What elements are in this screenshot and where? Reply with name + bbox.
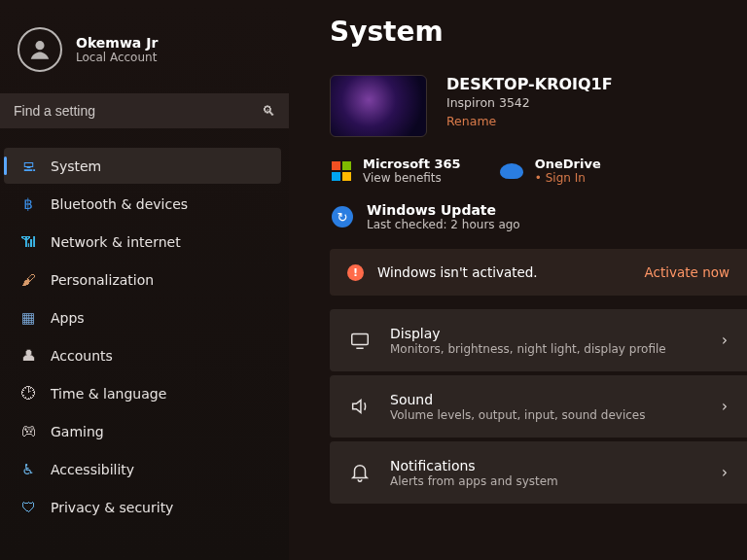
sidebar-item-label: Accessibility	[51, 462, 134, 477]
sidebar-item-network[interactable]: 📶︎Network & internet	[4, 224, 281, 260]
device-block: DESKTOP-KROIQ1F Inspiron 3542 Rename	[330, 75, 747, 137]
search-box[interactable]: 🔍︎	[0, 93, 289, 128]
gaming-icon: 🎮︎	[19, 423, 37, 440]
update-row[interactable]: ↻ Windows Update Last checked: 2 hours a…	[330, 202, 747, 231]
onedrive-icon	[500, 163, 523, 179]
nav: 💻︎System ฿Bluetooth & devices 📶︎Network …	[0, 148, 289, 525]
device-text: DESKTOP-KROIQ1F Inspiron 3542 Rename	[446, 75, 613, 137]
chevron-right-icon: ›	[722, 332, 728, 349]
sidebar-item-label: Gaming	[51, 424, 104, 439]
sidebar-item-system[interactable]: 💻︎System	[4, 148, 281, 184]
main-content: System DESKTOP-KROIQ1F Inspiron 3542 Ren…	[289, 0, 747, 560]
m365-icon	[332, 161, 351, 181]
accounts-icon: 👤︎	[19, 347, 37, 365]
sidebar-item-label: Time & language	[51, 386, 166, 402]
search-icon: 🔍︎	[262, 103, 275, 119]
chevron-right-icon: ›	[722, 464, 728, 481]
card-title: OneDrive	[535, 157, 601, 171]
svg-point-0	[35, 41, 44, 50]
sidebar-item-label: Bluetooth & devices	[51, 196, 188, 212]
sidebar: Okemwa Jr Local Account 🔍︎ 💻︎System ฿Blu…	[0, 0, 289, 560]
rename-link[interactable]: Rename	[446, 114, 613, 128]
activation-banner[interactable]: ! Windows isn't activated. Activate now	[330, 249, 747, 296]
svg-rect-1	[352, 334, 369, 345]
setting-title: Notifications	[390, 458, 702, 473]
quick-cards: Microsoft 365 View benefits OneDrive •Si…	[330, 157, 747, 185]
bluetooth-icon: ฿	[19, 195, 37, 213]
activate-link[interactable]: Activate now	[645, 264, 729, 280]
page-title: System	[330, 16, 747, 48]
sidebar-item-accounts[interactable]: 👤︎Accounts	[4, 337, 281, 373]
setting-sub: Monitors, brightness, night light, displ…	[390, 342, 702, 356]
activation-text: Windows isn't activated.	[377, 264, 631, 280]
update-title: Windows Update	[367, 202, 520, 218]
sidebar-item-label: System	[51, 158, 101, 174]
user-block[interactable]: Okemwa Jr Local Account	[0, 18, 289, 93]
setting-notifications[interactable]: NotificationsAlerts from apps and system…	[330, 441, 747, 504]
search-input[interactable]	[14, 103, 262, 119]
device-thumbnail[interactable]	[330, 75, 427, 137]
setting-sub: Alerts from apps and system	[390, 474, 702, 488]
user-sub: Local Account	[76, 51, 158, 64]
sidebar-item-label: Apps	[51, 310, 85, 326]
sidebar-item-label: Personalization	[51, 272, 154, 288]
warning-icon: !	[347, 264, 364, 281]
card-title: Microsoft 365	[363, 157, 461, 171]
sidebar-item-label: Privacy & security	[51, 500, 173, 515]
sidebar-item-label: Network & internet	[51, 234, 181, 250]
user-text: Okemwa Jr Local Account	[76, 35, 158, 64]
sidebar-item-bluetooth[interactable]: ฿Bluetooth & devices	[4, 186, 281, 222]
card-link[interactable]: •Sign In	[535, 171, 601, 185]
system-icon: 💻︎	[19, 158, 37, 175]
update-sub: Last checked: 2 hours ago	[367, 218, 520, 231]
update-icon: ↻	[332, 206, 353, 228]
device-model: Inspiron 3542	[446, 95, 613, 110]
card-sub: View benefits	[363, 171, 461, 185]
privacy-icon: 🛡︎	[19, 499, 37, 516]
sound-icon	[349, 396, 371, 417]
sidebar-item-time[interactable]: 🕑︎Time & language	[4, 375, 281, 411]
setting-title: Display	[390, 326, 702, 341]
sidebar-item-gaming[interactable]: 🎮︎Gaming	[4, 413, 281, 449]
sidebar-item-accessibility[interactable]: ♿︎Accessibility	[4, 451, 281, 487]
setting-sub: Volume levels, output, input, sound devi…	[390, 408, 702, 422]
network-icon: 📶︎	[19, 233, 37, 251]
sidebar-item-privacy[interactable]: 🛡︎Privacy & security	[4, 489, 281, 525]
user-name: Okemwa Jr	[76, 35, 158, 51]
accessibility-icon: ♿︎	[19, 461, 37, 478]
display-icon	[349, 330, 371, 351]
setting-title: Sound	[390, 392, 702, 407]
apps-icon: ▦	[19, 309, 37, 327]
card-onedrive[interactable]: OneDrive •Sign In	[500, 157, 601, 185]
sidebar-item-label: Accounts	[51, 348, 113, 364]
sidebar-item-apps[interactable]: ▦Apps	[4, 299, 281, 335]
card-m365[interactable]: Microsoft 365 View benefits	[332, 157, 461, 185]
sidebar-item-personalization[interactable]: 🖌︎Personalization	[4, 262, 281, 298]
personalization-icon: 🖌︎	[19, 271, 37, 289]
notifications-icon	[349, 462, 371, 483]
setting-sound[interactable]: SoundVolume levels, output, input, sound…	[330, 375, 747, 438]
avatar	[18, 27, 62, 72]
device-name: DESKTOP-KROIQ1F	[446, 75, 613, 93]
setting-display[interactable]: DisplayMonitors, brightness, night light…	[330, 309, 747, 371]
time-icon: 🕑︎	[19, 385, 37, 402]
chevron-right-icon: ›	[722, 398, 728, 415]
